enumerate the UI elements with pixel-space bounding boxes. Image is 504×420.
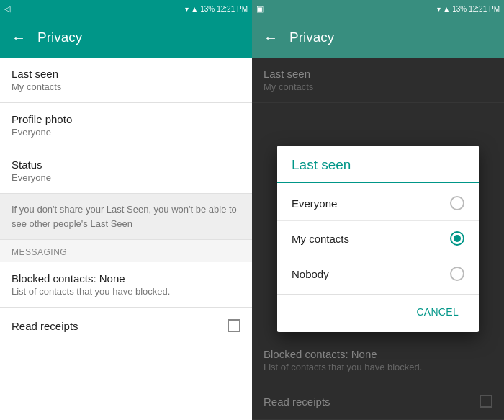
my-contacts-label: My contacts bbox=[292, 233, 349, 245]
right-back-button[interactable]: ← bbox=[264, 30, 278, 46]
profile-photo-title: Profile photo bbox=[12, 113, 240, 125]
messaging-section-header: MESSAGING bbox=[0, 240, 252, 262]
right-status-bar-right: ▾ ▲ 13% 12:21 PM bbox=[437, 5, 500, 13]
right-signal-icon: ▲ bbox=[443, 5, 450, 13]
right-time-display: 12:21 PM bbox=[469, 5, 500, 13]
time-display: 12:21 PM bbox=[217, 5, 248, 13]
radio-inner-dot bbox=[454, 235, 461, 242]
everyone-radio[interactable] bbox=[450, 196, 464, 210]
nobody-label: Nobody bbox=[292, 268, 329, 280]
right-notification-icon: ▣ bbox=[256, 4, 264, 14]
right-toolbar: ← Privacy bbox=[252, 17, 504, 58]
profile-photo-subtitle: Everyone bbox=[12, 127, 240, 138]
last-seen-info-text: If you don't share your Last Seen, you w… bbox=[12, 202, 240, 231]
dialog-option-nobody[interactable]: Nobody bbox=[277, 256, 479, 291]
last-seen-dialog: Last seen Everyone My contacts bbox=[277, 146, 479, 332]
dialog-actions: Cancel bbox=[277, 294, 479, 332]
right-panel: ▣ ▾ ▲ 13% 12:21 PM ← Privacy Last seen M… bbox=[252, 0, 504, 420]
signal-icon: ▲ bbox=[191, 5, 198, 13]
right-content: Last seen My contacts Blocked contacts: … bbox=[252, 58, 504, 420]
read-receipts-checkbox[interactable] bbox=[228, 319, 240, 332]
everyone-label: Everyone bbox=[292, 197, 337, 210]
nobody-radio[interactable] bbox=[450, 267, 464, 281]
dialog-option-my-contacts[interactable]: My contacts bbox=[277, 221, 479, 256]
right-status-bar-left: ▣ bbox=[256, 4, 264, 14]
toolbar-title: Privacy bbox=[37, 30, 82, 45]
dialog-options: Everyone My contacts Nobody bbox=[277, 183, 479, 294]
settings-list: Last seen My contacts Profile photo Ever… bbox=[0, 58, 252, 420]
blocked-contacts-item[interactable]: Blocked contacts: None List of contacts … bbox=[0, 262, 252, 308]
back-button[interactable]: ← bbox=[12, 30, 26, 46]
right-toolbar-title: Privacy bbox=[289, 30, 334, 45]
status-bar-right: ▾ ▲ 13% 12:21 PM bbox=[185, 5, 248, 13]
status-bar-left: ◁ bbox=[4, 4, 10, 14]
dialog-title: Last seen bbox=[277, 146, 479, 183]
status-title: Status bbox=[12, 158, 240, 171]
right-status-bar: ▣ ▾ ▲ 13% 12:21 PM bbox=[252, 0, 504, 17]
last-seen-info-box: If you don't share your Last Seen, you w… bbox=[0, 194, 252, 240]
read-receipts-item[interactable]: Read receipts bbox=[0, 308, 252, 344]
last-seen-title: Last seen bbox=[12, 68, 240, 80]
right-wifi-icon: ▾ bbox=[437, 5, 441, 13]
status-item[interactable]: Status Everyone bbox=[0, 148, 252, 194]
blocked-contacts-title: Blocked contacts: None bbox=[12, 272, 240, 285]
left-status-bar: ◁ ▾ ▲ 13% 12:21 PM bbox=[0, 0, 252, 17]
left-toolbar: ← Privacy bbox=[0, 17, 252, 58]
notification-icon: ◁ bbox=[4, 4, 10, 14]
battery-percent: 13% bbox=[200, 5, 215, 13]
wifi-icon: ▾ bbox=[185, 5, 189, 13]
profile-photo-item[interactable]: Profile photo Everyone bbox=[0, 103, 252, 148]
right-battery-percent: 13% bbox=[452, 5, 467, 13]
dialog-overlay: Last seen Everyone My contacts bbox=[252, 58, 504, 420]
last-seen-item[interactable]: Last seen My contacts bbox=[0, 58, 252, 103]
last-seen-subtitle: My contacts bbox=[12, 81, 240, 92]
status-subtitle: Everyone bbox=[12, 172, 240, 183]
dialog-option-everyone[interactable]: Everyone bbox=[277, 186, 479, 221]
cancel-button[interactable]: Cancel bbox=[408, 300, 467, 323]
my-contacts-radio[interactable] bbox=[450, 231, 464, 246]
read-receipts-label: Read receipts bbox=[12, 320, 78, 332]
left-panel: ◁ ▾ ▲ 13% 12:21 PM ← Privacy Last seen M… bbox=[0, 0, 252, 420]
blocked-contacts-subtitle: List of contacts that you have blocked. bbox=[12, 286, 240, 297]
